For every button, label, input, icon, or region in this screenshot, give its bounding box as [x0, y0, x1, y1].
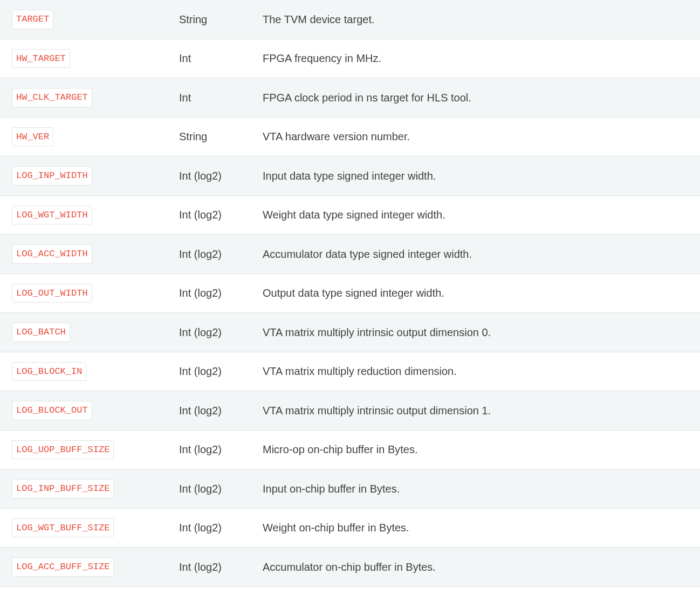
attr-code: HW_CLK_TARGET: [12, 88, 92, 107]
attr-cell: HW_CLK_TARGET: [0, 78, 167, 118]
desc-cell: Weight on-chip buffer in Bytes.: [251, 508, 700, 548]
desc-cell: VTA matrix multiply intrinsic output dim…: [251, 391, 700, 431]
table-row: LOG_ACC_BUFF_SIZE Int (log2) Accumulator…: [0, 548, 700, 587]
table-row: LOG_BATCH Int (log2) VTA matrix multiply…: [0, 313, 700, 352]
attr-code: HW_TARGET: [12, 49, 70, 69]
table-row: LOG_WGT_BUFF_SIZE Int (log2) Weight on-c…: [0, 508, 700, 548]
table-body: TARGET String The TVM device target. HW_…: [0, 0, 700, 586]
desc-cell: Micro-op on-chip buffer in Bytes.: [251, 430, 700, 469]
desc-cell: Input data type signed integer width.: [251, 156, 700, 196]
attr-cell: LOG_WGT_BUFF_SIZE: [0, 508, 167, 548]
attr-cell: TARGET: [0, 0, 167, 39]
desc-cell: FPGA frequency in MHz.: [251, 39, 700, 78]
type-cell: Int: [167, 39, 251, 78]
attr-cell: LOG_BLOCK_OUT: [0, 391, 167, 431]
attr-code: LOG_BATCH: [12, 323, 70, 342]
type-cell: Int (log2): [167, 508, 251, 548]
attr-code: LOG_BLOCK_IN: [12, 362, 86, 381]
attr-code: LOG_BLOCK_OUT: [12, 401, 92, 420]
attr-cell: LOG_BLOCK_IN: [0, 352, 167, 391]
desc-cell: VTA matrix multiply intrinsic output dim…: [251, 313, 700, 352]
desc-cell: Output data type signed integer width.: [251, 274, 700, 313]
type-cell: Int (log2): [167, 391, 251, 431]
type-cell: Int (log2): [167, 469, 251, 509]
table-row: HW_VER String VTA hardware version numbe…: [0, 117, 700, 156]
attr-code: LOG_UOP_BUFF_SIZE: [12, 440, 114, 460]
table-row: LOG_BLOCK_OUT Int (log2) VTA matrix mult…: [0, 391, 700, 431]
desc-cell: VTA matrix multiply reduction dimension.: [251, 352, 700, 391]
attr-cell: HW_TARGET: [0, 39, 167, 78]
attr-code: LOG_WGT_BUFF_SIZE: [12, 518, 114, 538]
type-cell: Int (log2): [167, 235, 251, 274]
attr-cell: LOG_BATCH: [0, 313, 167, 352]
type-cell: Int: [167, 78, 251, 118]
table-row: LOG_UOP_BUFF_SIZE Int (log2) Micro-op on…: [0, 430, 700, 469]
table-row: LOG_ACC_WIDTH Int (log2) Accumulator dat…: [0, 235, 700, 274]
type-cell: Int (log2): [167, 548, 251, 587]
desc-cell: The TVM device target.: [251, 0, 700, 39]
table-row: LOG_WGT_WIDTH Int (log2) Weight data typ…: [0, 195, 700, 235]
desc-cell: Input on-chip buffer in Bytes.: [251, 469, 700, 509]
desc-cell: FPGA clock period in ns target for HLS t…: [251, 78, 700, 118]
attr-code: LOG_OUT_WIDTH: [12, 284, 92, 303]
desc-cell: Accumulator data type signed integer wid…: [251, 235, 700, 274]
type-cell: Int (log2): [167, 352, 251, 391]
table-row: LOG_OUT_WIDTH Int (log2) Output data typ…: [0, 274, 700, 313]
table-row: HW_CLK_TARGET Int FPGA clock period in n…: [0, 78, 700, 118]
table-row: TARGET String The TVM device target.: [0, 0, 700, 39]
attr-code: LOG_INP_WIDTH: [12, 166, 92, 186]
attr-cell: LOG_UOP_BUFF_SIZE: [0, 430, 167, 469]
attr-code: TARGET: [12, 10, 53, 29]
type-cell: Int (log2): [167, 430, 251, 469]
type-cell: Int (log2): [167, 195, 251, 235]
attr-cell: LOG_ACC_WIDTH: [0, 235, 167, 274]
attr-code: LOG_ACC_BUFF_SIZE: [12, 557, 114, 577]
type-cell: Int (log2): [167, 313, 251, 352]
attr-cell: LOG_INP_WIDTH: [0, 156, 167, 196]
table-row: LOG_INP_BUFF_SIZE Int (log2) Input on-ch…: [0, 469, 700, 509]
attr-code: LOG_ACC_WIDTH: [12, 244, 92, 264]
attr-cell: LOG_ACC_BUFF_SIZE: [0, 548, 167, 587]
attr-cell: LOG_OUT_WIDTH: [0, 274, 167, 313]
attr-cell: HW_VER: [0, 117, 167, 156]
desc-cell: VTA hardware version number.: [251, 117, 700, 156]
type-cell: Int (log2): [167, 274, 251, 313]
table-row: LOG_BLOCK_IN Int (log2) VTA matrix multi…: [0, 352, 700, 391]
table-row: HW_TARGET Int FPGA frequency in MHz.: [0, 39, 700, 78]
attr-code: HW_VER: [12, 127, 53, 147]
type-cell: String: [167, 0, 251, 39]
desc-cell: Weight data type signed integer width.: [251, 195, 700, 235]
attr-code: LOG_INP_BUFF_SIZE: [12, 479, 114, 498]
type-cell: String: [167, 117, 251, 156]
desc-cell: Accumulator on-chip buffer in Bytes.: [251, 548, 700, 587]
table-row: LOG_INP_WIDTH Int (log2) Input data type…: [0, 156, 700, 196]
attr-cell: LOG_INP_BUFF_SIZE: [0, 469, 167, 509]
config-attributes-table: TARGET String The TVM device target. HW_…: [0, 0, 700, 587]
attr-code: LOG_WGT_WIDTH: [12, 206, 92, 225]
attr-cell: LOG_WGT_WIDTH: [0, 195, 167, 235]
type-cell: Int (log2): [167, 156, 251, 196]
